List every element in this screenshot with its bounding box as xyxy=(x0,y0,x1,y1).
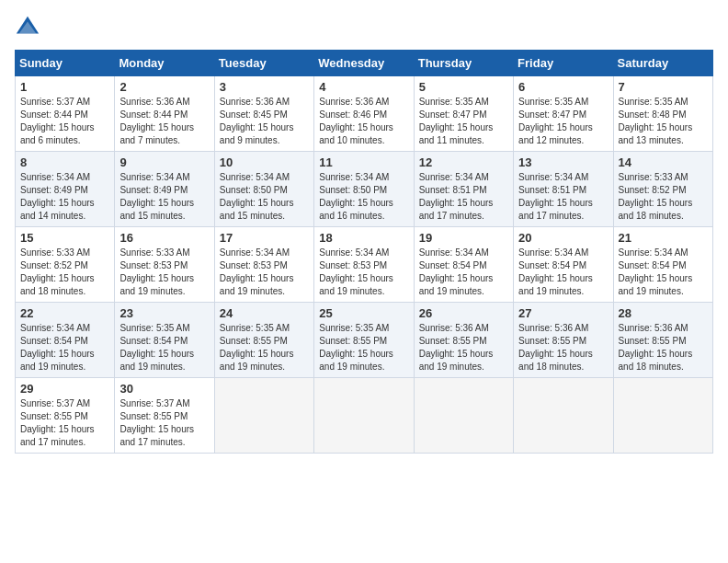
calendar-cell: 5Sunrise: 5:35 AMSunset: 8:47 PMDaylight… xyxy=(414,76,513,152)
cell-details: Sunrise: 5:34 AMSunset: 8:53 PMDaylight:… xyxy=(319,247,393,296)
day-number: 22 xyxy=(20,306,109,320)
header-day-friday: Friday xyxy=(514,51,613,76)
day-number: 29 xyxy=(20,382,109,396)
calendar-cell: 16Sunrise: 5:33 AMSunset: 8:53 PMDayligh… xyxy=(115,227,214,303)
header-day-tuesday: Tuesday xyxy=(214,51,313,76)
header-day-saturday: Saturday xyxy=(613,51,712,76)
day-number: 18 xyxy=(319,231,408,245)
cell-details: Sunrise: 5:35 AMSunset: 8:54 PMDaylight:… xyxy=(119,323,194,372)
day-number: 2 xyxy=(119,80,209,94)
calendar-week-row: 8Sunrise: 5:34 AMSunset: 8:49 PMDaylight… xyxy=(16,152,713,227)
day-number: 5 xyxy=(419,80,508,94)
day-number: 1 xyxy=(20,80,109,94)
header-day-thursday: Thursday xyxy=(414,51,513,76)
day-number: 14 xyxy=(619,155,708,169)
calendar-cell: 23Sunrise: 5:35 AMSunset: 8:54 PMDayligh… xyxy=(115,303,214,378)
calendar-cell: 30Sunrise: 5:37 AMSunset: 8:55 PMDayligh… xyxy=(115,378,214,454)
calendar-cell: 25Sunrise: 5:35 AMSunset: 8:55 PMDayligh… xyxy=(314,303,414,378)
cell-details: Sunrise: 5:34 AMSunset: 8:54 PMDaylight:… xyxy=(619,247,693,296)
cell-details: Sunrise: 5:34 AMSunset: 8:53 PMDaylight:… xyxy=(220,247,294,296)
cell-details: Sunrise: 5:35 AMSunset: 8:55 PMDaylight:… xyxy=(220,323,294,372)
cell-details: Sunrise: 5:34 AMSunset: 8:54 PMDaylight:… xyxy=(419,247,494,296)
calendar-cell xyxy=(514,378,613,454)
cell-details: Sunrise: 5:34 AMSunset: 8:50 PMDaylight:… xyxy=(220,172,294,221)
calendar-week-row: 15Sunrise: 5:33 AMSunset: 8:52 PMDayligh… xyxy=(16,227,713,303)
cell-details: Sunrise: 5:34 AMSunset: 8:51 PMDaylight:… xyxy=(419,172,494,221)
calendar-cell: 26Sunrise: 5:36 AMSunset: 8:55 PMDayligh… xyxy=(414,303,513,378)
cell-details: Sunrise: 5:33 AMSunset: 8:52 PMDaylight:… xyxy=(619,172,693,221)
cell-details: Sunrise: 5:34 AMSunset: 8:50 PMDaylight:… xyxy=(319,172,393,221)
header-row: SundayMondayTuesdayWednesdayThursdayFrid… xyxy=(16,51,713,76)
day-number: 26 xyxy=(419,306,508,320)
cell-details: Sunrise: 5:35 AMSunset: 8:48 PMDaylight:… xyxy=(619,97,693,145)
day-number: 15 xyxy=(20,231,109,245)
day-number: 16 xyxy=(119,231,209,245)
day-number: 30 xyxy=(119,382,209,396)
cell-details: Sunrise: 5:37 AMSunset: 8:55 PMDaylight:… xyxy=(20,398,95,447)
day-number: 13 xyxy=(518,155,608,169)
day-number: 24 xyxy=(220,306,309,320)
calendar-cell: 14Sunrise: 5:33 AMSunset: 8:52 PMDayligh… xyxy=(613,152,712,227)
calendar-cell: 17Sunrise: 5:34 AMSunset: 8:53 PMDayligh… xyxy=(214,227,313,303)
day-number: 11 xyxy=(319,155,408,169)
cell-details: Sunrise: 5:36 AMSunset: 8:46 PMDaylight:… xyxy=(319,97,393,145)
cell-details: Sunrise: 5:37 AMSunset: 8:44 PMDaylight:… xyxy=(20,97,95,145)
calendar-cell: 13Sunrise: 5:34 AMSunset: 8:51 PMDayligh… xyxy=(514,152,613,227)
cell-details: Sunrise: 5:36 AMSunset: 8:55 PMDaylight:… xyxy=(619,323,693,372)
day-number: 10 xyxy=(220,155,309,169)
calendar-cell xyxy=(613,378,712,454)
calendar-body: 1Sunrise: 5:37 AMSunset: 8:44 PMDaylight… xyxy=(16,76,713,454)
cell-details: Sunrise: 5:33 AMSunset: 8:52 PMDaylight:… xyxy=(20,247,95,296)
logo-icon xyxy=(15,15,40,40)
cell-details: Sunrise: 5:35 AMSunset: 8:47 PMDaylight:… xyxy=(419,97,494,145)
calendar-cell: 9Sunrise: 5:34 AMSunset: 8:49 PMDaylight… xyxy=(115,152,214,227)
calendar-week-row: 1Sunrise: 5:37 AMSunset: 8:44 PMDaylight… xyxy=(16,76,713,152)
day-number: 27 xyxy=(518,306,608,320)
logo xyxy=(15,15,44,40)
calendar-cell: 27Sunrise: 5:36 AMSunset: 8:55 PMDayligh… xyxy=(514,303,613,378)
calendar-header: SundayMondayTuesdayWednesdayThursdayFrid… xyxy=(16,51,713,76)
day-number: 25 xyxy=(319,306,408,320)
day-number: 8 xyxy=(20,155,109,169)
calendar-cell: 1Sunrise: 5:37 AMSunset: 8:44 PMDaylight… xyxy=(16,76,115,152)
cell-details: Sunrise: 5:34 AMSunset: 8:54 PMDaylight:… xyxy=(518,247,593,296)
day-number: 9 xyxy=(119,155,209,169)
calendar-cell: 12Sunrise: 5:34 AMSunset: 8:51 PMDayligh… xyxy=(414,152,513,227)
calendar-cell xyxy=(414,378,513,454)
calendar-cell: 20Sunrise: 5:34 AMSunset: 8:54 PMDayligh… xyxy=(514,227,613,303)
cell-details: Sunrise: 5:36 AMSunset: 8:45 PMDaylight:… xyxy=(220,97,294,145)
cell-details: Sunrise: 5:36 AMSunset: 8:55 PMDaylight:… xyxy=(419,323,494,372)
header-day-monday: Monday xyxy=(115,51,214,76)
day-number: 12 xyxy=(419,155,508,169)
cell-details: Sunrise: 5:37 AMSunset: 8:55 PMDaylight:… xyxy=(119,398,194,447)
cell-details: Sunrise: 5:34 AMSunset: 8:51 PMDaylight:… xyxy=(518,172,593,221)
cell-details: Sunrise: 5:36 AMSunset: 8:44 PMDaylight:… xyxy=(119,97,194,145)
cell-details: Sunrise: 5:35 AMSunset: 8:47 PMDaylight:… xyxy=(518,97,593,145)
calendar-cell: 15Sunrise: 5:33 AMSunset: 8:52 PMDayligh… xyxy=(16,227,115,303)
cell-details: Sunrise: 5:34 AMSunset: 8:54 PMDaylight:… xyxy=(20,323,95,372)
calendar-cell: 22Sunrise: 5:34 AMSunset: 8:54 PMDayligh… xyxy=(16,303,115,378)
day-number: 6 xyxy=(518,80,608,94)
day-number: 20 xyxy=(518,231,608,245)
calendar-cell: 21Sunrise: 5:34 AMSunset: 8:54 PMDayligh… xyxy=(613,227,712,303)
calendar-cell: 24Sunrise: 5:35 AMSunset: 8:55 PMDayligh… xyxy=(214,303,313,378)
calendar-cell: 4Sunrise: 5:36 AMSunset: 8:46 PMDaylight… xyxy=(314,76,414,152)
calendar-cell: 29Sunrise: 5:37 AMSunset: 8:55 PMDayligh… xyxy=(16,378,115,454)
calendar-table: SundayMondayTuesdayWednesdayThursdayFrid… xyxy=(15,50,713,454)
cell-details: Sunrise: 5:33 AMSunset: 8:53 PMDaylight:… xyxy=(119,247,194,296)
cell-details: Sunrise: 5:34 AMSunset: 8:49 PMDaylight:… xyxy=(20,172,95,221)
day-number: 3 xyxy=(220,80,309,94)
header xyxy=(15,15,713,40)
cell-details: Sunrise: 5:36 AMSunset: 8:55 PMDaylight:… xyxy=(518,323,593,372)
calendar-week-row: 22Sunrise: 5:34 AMSunset: 8:54 PMDayligh… xyxy=(16,303,713,378)
calendar-cell: 18Sunrise: 5:34 AMSunset: 8:53 PMDayligh… xyxy=(314,227,414,303)
calendar-week-row: 29Sunrise: 5:37 AMSunset: 8:55 PMDayligh… xyxy=(16,378,713,454)
calendar-cell: 28Sunrise: 5:36 AMSunset: 8:55 PMDayligh… xyxy=(613,303,712,378)
calendar-cell: 6Sunrise: 5:35 AMSunset: 8:47 PMDaylight… xyxy=(514,76,613,152)
day-number: 4 xyxy=(319,80,408,94)
header-day-sunday: Sunday xyxy=(16,51,115,76)
calendar-cell: 19Sunrise: 5:34 AMSunset: 8:54 PMDayligh… xyxy=(414,227,513,303)
header-day-wednesday: Wednesday xyxy=(314,51,414,76)
calendar-cell: 11Sunrise: 5:34 AMSunset: 8:50 PMDayligh… xyxy=(314,152,414,227)
day-number: 19 xyxy=(419,231,508,245)
